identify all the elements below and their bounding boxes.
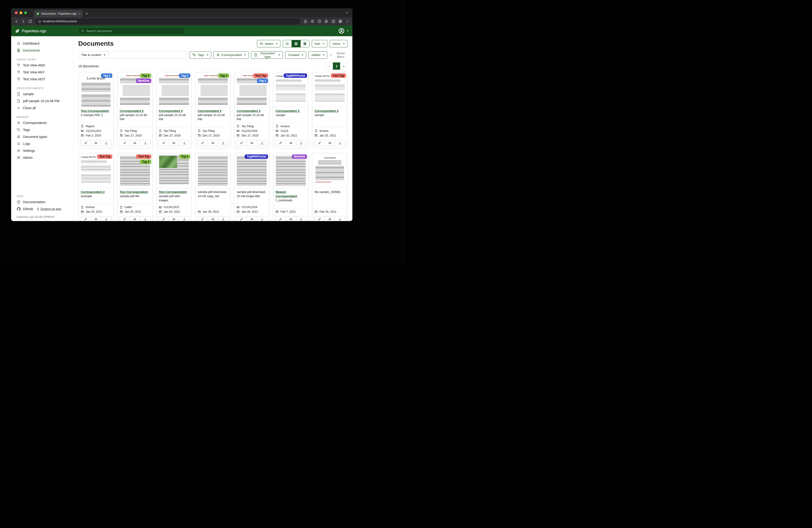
correspondent-link[interactable]: Correspondent 2 bbox=[315, 109, 338, 113]
minimize-window-button[interactable] bbox=[19, 11, 22, 14]
edit-button[interactable] bbox=[275, 216, 286, 221]
sidebar-item-tags[interactable]: Tags bbox=[14, 126, 70, 133]
site-info-icon[interactable] bbox=[38, 20, 41, 23]
document-thumbnail[interactable]: Adobe Acrobat PDF Files Tag 3NewOne bbox=[117, 72, 153, 107]
sidebar-item-saved-view-and[interactable]: Test View AND bbox=[14, 62, 70, 69]
correspondent-link[interactable]: Test Correspondent bbox=[81, 109, 109, 113]
correspondent-filter-button[interactable]: Correspondent bbox=[214, 51, 249, 59]
preview-button[interactable] bbox=[208, 140, 218, 146]
preview-button[interactable] bbox=[286, 140, 296, 146]
extensions-puzzle-icon[interactable] bbox=[324, 19, 328, 23]
preview-button[interactable] bbox=[130, 216, 140, 221]
back-icon[interactable] bbox=[14, 19, 18, 24]
download-button[interactable] bbox=[296, 140, 307, 146]
correspondent-link[interactable]: Test Correspondent bbox=[120, 190, 148, 194]
document-thumbnail[interactable]: Lorem Ipsum Tag 2 bbox=[78, 72, 114, 107]
sort-button[interactable]: Sort bbox=[312, 40, 327, 47]
correspondent-link[interactable]: Correspondent 2 bbox=[159, 109, 183, 113]
tag-badge[interactable]: TagWithPartial bbox=[245, 154, 268, 159]
views-button[interactable]: Views bbox=[330, 40, 348, 47]
edit-button[interactable] bbox=[158, 140, 169, 146]
download-button[interactable] bbox=[335, 216, 345, 221]
sidebar-item-saved-view-any[interactable]: Test View ANY bbox=[14, 69, 70, 76]
download-button[interactable] bbox=[296, 216, 307, 221]
correspondent-link[interactable]: Correspondent 2 bbox=[81, 190, 104, 194]
next-page-button[interactable]: » bbox=[340, 62, 348, 70]
sidebar-item-close-all[interactable]: Close all bbox=[14, 104, 70, 112]
side-panel-icon[interactable] bbox=[332, 19, 335, 23]
document-thumbnail[interactable] bbox=[195, 153, 231, 188]
tags-filter-button[interactable]: Tags bbox=[190, 51, 211, 59]
correspondent-link[interactable]: Correspondent 2 bbox=[120, 109, 143, 113]
edit-button[interactable] bbox=[158, 216, 169, 221]
user-menu[interactable] bbox=[338, 28, 349, 34]
preview-button[interactable] bbox=[208, 216, 218, 221]
browser-menu-icon[interactable] bbox=[345, 19, 349, 23]
document-thumbnail[interactable]: Adobe Acrobat PDF Files Tag 2 bbox=[157, 72, 191, 107]
tab-close-icon[interactable]: × bbox=[78, 12, 81, 15]
edit-button[interactable] bbox=[314, 140, 325, 146]
sidebar-item-dashboard[interactable]: Dashboard bbox=[14, 40, 70, 47]
tag-badge[interactable]: Test Tag bbox=[136, 154, 151, 159]
sidebar-item-document-types[interactable]: Document types bbox=[14, 133, 70, 140]
tag-badge[interactable]: Test Tag bbox=[253, 73, 269, 78]
title-content-input[interactable] bbox=[108, 51, 187, 59]
document-thumbnail[interactable]: A Simple PDF File Test Tag bbox=[78, 153, 114, 188]
document-thumbnail[interactable]: NewOne bbox=[273, 153, 308, 188]
preview-button[interactable] bbox=[91, 216, 101, 221]
edit-button[interactable] bbox=[119, 216, 130, 221]
tab-search-icon[interactable] bbox=[345, 11, 349, 14]
download-button[interactable] bbox=[101, 140, 112, 146]
close-window-button[interactable] bbox=[15, 11, 18, 14]
forward-icon[interactable] bbox=[21, 19, 25, 24]
preview-button[interactable] bbox=[247, 216, 257, 221]
sidebar-item-open-doc-pdf-sample[interactable]: pdf-sample 10.24.48 PM bbox=[14, 98, 70, 104]
sidebar-item-github[interactable]: GitHub bbox=[17, 207, 33, 211]
correspondent-link[interactable]: Correspondent 2 bbox=[198, 109, 221, 113]
tag-badge[interactable]: NewOne bbox=[292, 154, 307, 159]
suggest-idea-link[interactable]: Suggest an idea bbox=[37, 208, 61, 211]
document-thumbnail[interactable]: Test TagTag 3 bbox=[117, 153, 153, 188]
browser-profile-avatar[interactable] bbox=[338, 19, 342, 23]
download-button[interactable] bbox=[140, 140, 151, 146]
preview-button[interactable] bbox=[130, 140, 140, 146]
download-button[interactable] bbox=[218, 216, 229, 221]
preview-button[interactable] bbox=[169, 140, 179, 146]
download-button[interactable] bbox=[179, 140, 190, 146]
document-thumbnail[interactable]: Adobe Acrobat PDF Files Test TagTag 2 bbox=[234, 72, 269, 107]
document-thumbnail[interactable]: TagWithPartial bbox=[234, 153, 269, 188]
document-thumbnail[interactable]: Lorem ipsum bbox=[312, 153, 347, 188]
preview-button[interactable] bbox=[325, 216, 335, 221]
document-thumbnail[interactable]: Adobe Acrobat PDF Files Tag 3 bbox=[195, 72, 231, 107]
correspondent-link[interactable]: Test Correspondent bbox=[159, 190, 187, 194]
title-content-dropdown[interactable]: Title & content bbox=[78, 51, 108, 59]
sidebar-item-settings[interactable]: Settings bbox=[14, 147, 70, 154]
download-button[interactable] bbox=[179, 216, 190, 221]
sidebar-item-documents[interactable]: Documents bbox=[14, 47, 70, 54]
app-brand[interactable]: Paperless-ngx bbox=[15, 29, 46, 33]
edit-button[interactable] bbox=[236, 216, 247, 221]
sidebar-item-admin[interactable]: Admin bbox=[14, 154, 70, 161]
preview-button[interactable] bbox=[91, 140, 101, 146]
edit-button[interactable] bbox=[275, 140, 286, 146]
select-button[interactable]: Select bbox=[257, 40, 280, 47]
edit-button[interactable] bbox=[80, 216, 91, 221]
page-1-button[interactable]: 1 bbox=[333, 62, 340, 70]
address-bar[interactable]: localhost:4200/documents bbox=[35, 18, 301, 25]
tag-badge[interactable]: Tag 2 bbox=[179, 73, 190, 78]
tag-badge[interactable]: Tag 3 bbox=[218, 73, 229, 78]
view-list-button[interactable] bbox=[283, 40, 292, 47]
tag-badge[interactable]: Tag 2 bbox=[257, 79, 268, 83]
sidebar-item-open-doc-sample[interactable]: sample bbox=[14, 90, 70, 98]
preview-button[interactable] bbox=[286, 216, 296, 221]
preview-button[interactable] bbox=[247, 140, 257, 146]
tag-badge[interactable]: Tag 3 bbox=[140, 159, 151, 164]
document-type-filter-button[interactable]: Document type bbox=[251, 51, 283, 59]
bookmark-star-icon[interactable] bbox=[310, 19, 314, 23]
download-button[interactable] bbox=[335, 140, 345, 146]
document-thumbnail[interactable]: Tag 3 bbox=[157, 153, 191, 188]
view-grid-button[interactable] bbox=[292, 40, 301, 47]
global-search[interactable] bbox=[78, 27, 184, 34]
tag-badge[interactable]: Test Tag bbox=[97, 154, 112, 159]
tag-badge[interactable]: Tag 2 bbox=[101, 73, 112, 78]
